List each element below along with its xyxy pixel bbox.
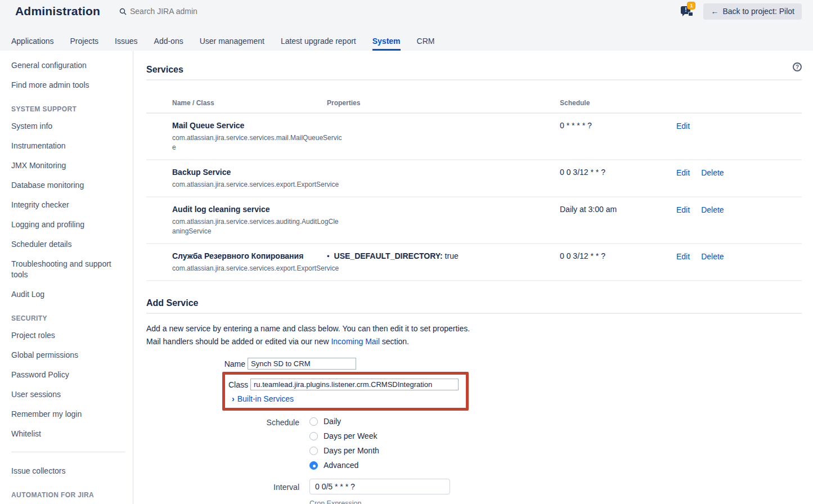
cron-expression-hint: Cron Expression bbox=[309, 500, 802, 504]
delete-link[interactable]: Delete bbox=[701, 205, 724, 214]
service-schedule: Daily at 3:00 am bbox=[560, 205, 676, 214]
services-section-title: Services bbox=[146, 65, 183, 75]
sidebar-item-database-monitoring[interactable]: Database monitoring bbox=[11, 180, 125, 191]
radio-button-advanced[interactable] bbox=[309, 461, 318, 470]
schedule-option-days-per-month[interactable]: Days per Month bbox=[309, 446, 379, 455]
sidebar-item-integrity-checker[interactable]: Integrity checker bbox=[11, 200, 125, 210]
column-header-schedule: Schedule bbox=[560, 96, 676, 113]
service-class: com.atlassian.jira.service.services.expo… bbox=[172, 180, 342, 190]
add-service-section-title: Add Service bbox=[146, 298, 198, 308]
admin-sidebar: General configurationFind more admin too… bbox=[0, 51, 133, 504]
sidebar-item-remember-my-login[interactable]: Remember my login bbox=[11, 409, 125, 420]
sidebar-item-jmx-monitoring[interactable]: JMX Monitoring bbox=[11, 160, 125, 171]
service-name-input[interactable] bbox=[248, 358, 356, 370]
service-properties-cell bbox=[327, 160, 560, 197]
radio-label-advanced: Advanced bbox=[324, 461, 358, 470]
notification-badge: 1 bbox=[687, 2, 695, 10]
tab-issues[interactable]: Issues bbox=[115, 37, 137, 51]
schedule-option-advanced[interactable]: Advanced bbox=[309, 461, 379, 470]
service-name-class-cell: Mail Queue Servicecom.atlassian.jira.ser… bbox=[146, 113, 327, 160]
schedule-option-daily[interactable]: Daily bbox=[309, 417, 379, 426]
service-properties-cell: •USE_DEFAULT_DIRECTORY: true bbox=[327, 244, 560, 281]
sidebar-section-header-security: SECURITY bbox=[11, 314, 125, 322]
edit-link[interactable]: Edit bbox=[676, 205, 690, 214]
edit-link[interactable]: Edit bbox=[676, 168, 690, 177]
help-icon[interactable]: ? bbox=[793, 62, 802, 71]
radio-button-days-per-month[interactable] bbox=[309, 447, 318, 455]
column-header-properties: Properties bbox=[327, 96, 560, 113]
tab-latest-upgrade-report[interactable]: Latest upgrade report bbox=[281, 37, 356, 51]
services-divider bbox=[146, 79, 802, 80]
sidebar-item-system-info[interactable]: System info bbox=[11, 121, 125, 132]
interval-input[interactable] bbox=[309, 479, 450, 494]
page-title: Administration bbox=[15, 4, 100, 18]
service-class-input[interactable] bbox=[250, 379, 459, 390]
service-property: •USE_DEFAULT_DIRECTORY: true bbox=[327, 251, 560, 260]
notifications-icon[interactable]: ! 1 bbox=[681, 4, 695, 19]
service-class: com.atlassian.jira.service.services.audi… bbox=[172, 217, 342, 236]
radio-button-days-per-week[interactable] bbox=[309, 432, 318, 440]
service-schedule: 0 0 3/12 * * ? bbox=[560, 251, 676, 260]
sidebar-item-whitelist[interactable]: Whitelist bbox=[11, 429, 125, 439]
sidebar-divider bbox=[11, 452, 125, 452]
annotation-highlight-box: Class ›Built-in Services bbox=[222, 372, 469, 411]
service-actions-cell: EditDelete bbox=[676, 244, 802, 281]
tab-user-management[interactable]: User management bbox=[200, 37, 264, 51]
back-to-project-button[interactable]: ←Back to project: Pilot bbox=[703, 3, 802, 20]
service-schedule: 0 * * * * ? bbox=[560, 121, 676, 130]
admin-header: Administration ! 1 ←Back to project: Pil… bbox=[0, 0, 813, 51]
service-name-class-cell: Служба Резервного Копированияcom.atlassi… bbox=[146, 244, 327, 281]
sidebar-item-find-more-admin-tools[interactable]: Find more admin tools bbox=[11, 80, 125, 91]
sidebar-item-user-sessions[interactable]: User sessions bbox=[11, 389, 125, 400]
service-class: com.atlassian.jira.service.services.mail… bbox=[172, 133, 342, 152]
sidebar-item-troubleshooting-and-support-tools[interactable]: Troubleshooting and support tools bbox=[11, 259, 125, 280]
column-header-name-class: Name / Class bbox=[146, 96, 327, 113]
class-field-label: Class bbox=[228, 380, 250, 389]
sidebar-item-general-configuration[interactable]: General configuration bbox=[11, 60, 125, 71]
admin-search[interactable] bbox=[119, 7, 231, 16]
service-name-class-cell: Audit log cleaning servicecom.atlassian.… bbox=[146, 197, 327, 244]
edit-link[interactable]: Edit bbox=[676, 252, 690, 261]
add-service-description: Add a new service by entering a name and… bbox=[146, 323, 802, 334]
incoming-mail-link[interactable]: Incoming Mail bbox=[331, 337, 379, 346]
name-field-label: Name bbox=[146, 359, 248, 368]
tab-crm[interactable]: CRM bbox=[417, 37, 435, 51]
sidebar-item-audit-log[interactable]: Audit Log bbox=[11, 289, 125, 300]
tab-applications[interactable]: Applications bbox=[11, 37, 54, 51]
schedule-option-days-per-week[interactable]: Days per Week bbox=[309, 431, 379, 440]
tab-projects[interactable]: Projects bbox=[70, 37, 99, 51]
services-table: Name / Class Properties Schedule Mail Qu… bbox=[146, 96, 802, 281]
property-key: USE_DEFAULT_DIRECTORY: bbox=[334, 251, 443, 260]
schedule-field-label: Schedule bbox=[146, 417, 299, 475]
service-schedule: 0 0 3/12 * * ? bbox=[560, 168, 676, 177]
sidebar-item-global-permissions[interactable]: Global permissions bbox=[11, 350, 125, 361]
service-row-mail-queue-service: Mail Queue Servicecom.atlassian.jira.ser… bbox=[146, 113, 802, 160]
service-name: Audit log cleaning service bbox=[172, 205, 327, 214]
sidebar-item-instrumentation[interactable]: Instrumentation bbox=[11, 141, 125, 151]
search-input[interactable] bbox=[130, 7, 231, 16]
edit-link[interactable]: Edit bbox=[676, 122, 690, 130]
speech-bubble-tail bbox=[682, 14, 685, 16]
sidebar-item-scheduler-details[interactable]: Scheduler details bbox=[11, 239, 125, 250]
delete-link[interactable]: Delete bbox=[701, 252, 724, 261]
sidebar-item-logging-and-profiling[interactable]: Logging and profiling bbox=[11, 219, 125, 230]
service-row-audit-log-cleaning-service: Audit log cleaning servicecom.atlassian.… bbox=[146, 197, 802, 244]
service-schedule-cell: 0 * * * * ? bbox=[560, 113, 676, 160]
service-name: Mail Queue Service bbox=[172, 121, 327, 130]
radio-button-daily[interactable] bbox=[309, 417, 318, 426]
service-actions-cell: EditDelete bbox=[676, 197, 802, 244]
interval-field-label: Interval bbox=[146, 482, 299, 492]
services-table-header-row: Name / Class Properties Schedule bbox=[146, 96, 802, 113]
built-in-services-link[interactable]: Built-in Services bbox=[237, 394, 294, 403]
tab-system[interactable]: System bbox=[372, 37, 401, 51]
back-button-label: Back to project: Pilot bbox=[722, 7, 794, 16]
sidebar-item-password-policy[interactable]: Password Policy bbox=[11, 370, 125, 380]
sidebar-item-project-roles[interactable]: Project roles bbox=[11, 330, 125, 341]
tab-add-ons[interactable]: Add-ons bbox=[154, 37, 183, 51]
chevron-right-icon: › bbox=[232, 394, 235, 403]
sidebar-item-issue-collectors[interactable]: Issue collectors bbox=[11, 466, 125, 476]
delete-link[interactable]: Delete bbox=[701, 168, 724, 177]
service-row-служба-резервного-копирования: Служба Резервного Копированияcom.atlassi… bbox=[146, 244, 802, 281]
service-name: Служба Резервного Копирования bbox=[172, 251, 327, 260]
service-properties-cell bbox=[327, 197, 560, 244]
